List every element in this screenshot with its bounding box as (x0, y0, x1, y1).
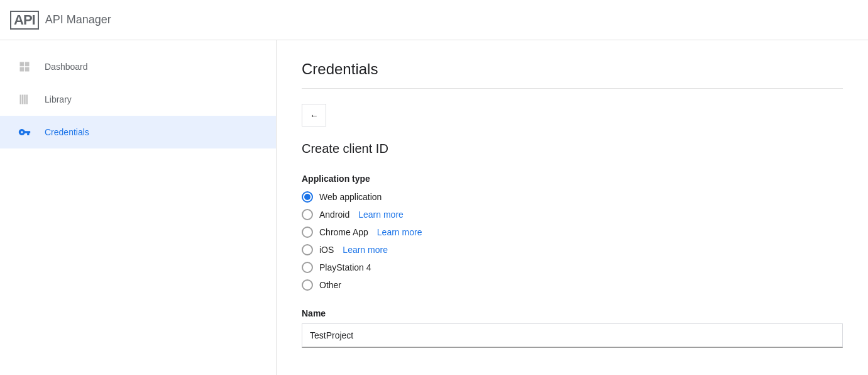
radio-other[interactable]: Other (302, 279, 843, 291)
library-icon (17, 92, 32, 107)
key-icon (17, 125, 32, 140)
name-label: Name (302, 308, 843, 318)
radio-android-label: Android (319, 210, 349, 220)
layout: Dashboard Library Credentials (0, 40, 868, 375)
header-title: API Manager (45, 13, 111, 26)
dashboard-icon (17, 59, 32, 74)
radio-web-application[interactable]: Web application (302, 191, 843, 203)
radio-chrome-app[interactable]: Chrome App Learn more (302, 227, 843, 238)
name-input[interactable] (302, 323, 843, 348)
radio-other-indicator (302, 279, 313, 291)
svg-rect-2 (22, 95, 24, 104)
radio-ios-label: iOS (319, 245, 334, 255)
radio-playstation-indicator (302, 262, 313, 273)
application-type-radio-group: Web application Android Learn more Chrom… (302, 191, 843, 291)
sidebar: Dashboard Library Credentials (0, 40, 277, 375)
header-logo: API API Manager (10, 11, 111, 30)
radio-web-label: Web application (319, 192, 382, 202)
radio-web-inner (304, 194, 310, 200)
radio-web-indicator (302, 191, 313, 203)
sidebar-item-credentials[interactable]: Credentials (0, 116, 276, 148)
api-logo-icon: API (10, 11, 39, 30)
header: API API Manager (0, 0, 868, 40)
svg-rect-4 (26, 95, 28, 104)
radio-chrome-label: Chrome App (319, 227, 368, 237)
radio-ios[interactable]: iOS Learn more (302, 244, 843, 255)
svg-rect-1 (20, 95, 22, 104)
sidebar-credentials-label: Credentials (45, 127, 89, 137)
android-learn-more-link[interactable]: Learn more (358, 210, 404, 220)
radio-other-label: Other (319, 280, 341, 290)
svg-rect-3 (24, 95, 26, 104)
radio-chrome-indicator (302, 227, 313, 238)
sidebar-item-library[interactable]: Library (0, 83, 276, 116)
main-content: Credentials ← Create client ID Applicati… (277, 40, 868, 375)
back-arrow-icon: ← (310, 111, 318, 120)
application-type-label: Application type (302, 174, 843, 184)
radio-playstation-label: PlayStation 4 (319, 262, 371, 272)
back-button[interactable]: ← (302, 104, 326, 126)
chrome-learn-more-link[interactable]: Learn more (377, 227, 422, 237)
page-title: Credentials (302, 60, 843, 89)
ios-learn-more-link[interactable]: Learn more (343, 245, 388, 255)
radio-ios-indicator (302, 244, 313, 255)
sidebar-dashboard-label: Dashboard (45, 62, 88, 72)
radio-android[interactable]: Android Learn more (302, 209, 843, 220)
sidebar-library-label: Library (45, 94, 72, 104)
svg-point-0 (21, 64, 23, 65)
section-title: Create client ID (302, 142, 843, 156)
sidebar-item-dashboard[interactable]: Dashboard (0, 50, 276, 83)
name-section: Name (302, 308, 843, 348)
radio-playstation[interactable]: PlayStation 4 (302, 262, 843, 273)
radio-android-indicator (302, 209, 313, 220)
